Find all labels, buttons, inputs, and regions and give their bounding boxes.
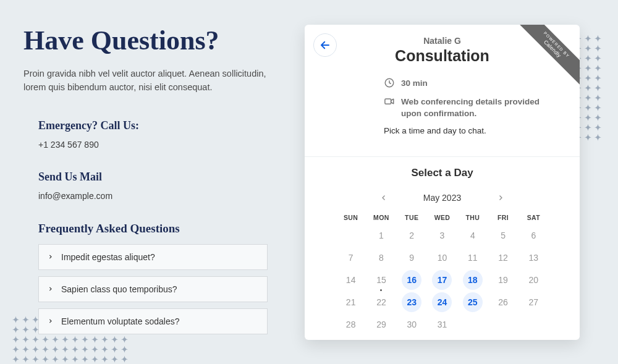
calendar-day: 26 [488,292,518,313]
calendar-day: 9 [397,247,427,268]
calendar-day[interactable]: 24 [427,292,457,313]
calendar-day [519,314,549,335]
calendar-day: 20 [519,269,549,290]
calendar-day [336,225,366,246]
event-title: Consultation [322,47,562,65]
calendar-day: 5 [488,225,518,246]
chevron-right-icon [497,194,504,201]
calendar-day: 11 [457,247,488,268]
instruction-text: Pick a time and day to chat. [384,126,562,135]
dow-label: SAT [519,214,549,221]
conference-text: Web conferencing details provided upon c… [401,96,543,120]
calendar-day: 4 [457,225,488,246]
calendar-day: 27 [519,292,549,313]
calendar-day: 19 [488,269,518,290]
calendar-day[interactable]: 23 [397,292,427,313]
duration-text: 30 min [401,77,428,90]
calendar-day: 28 [336,314,366,335]
calendar-day: 15 [366,269,396,290]
page-subtext: Proin gravida nibh vel velit auctor aliq… [23,67,268,95]
calendar-day: 13 [519,247,549,268]
next-month-button[interactable] [493,190,508,205]
dow-label: WED [427,214,457,221]
faq-title: Frequently Asked Questions [38,222,268,235]
emergency-phone[interactable]: +1 234 567 890 [38,140,268,150]
prev-month-button[interactable] [376,190,391,205]
calendar-day[interactable]: 17 [427,269,457,290]
faq-question: Sapien class quo temporibus? [61,284,177,294]
calendar-day: 1 [366,225,396,246]
calendar-day[interactable]: 25 [457,292,488,313]
dow-label: FRI [488,214,518,221]
calendar-day: 8 [366,247,396,268]
svg-rect-2 [385,98,391,103]
faq-item[interactable]: Sapien class quo temporibus? [38,276,268,302]
video-icon [384,96,395,107]
emergency-title: Emergency? Call Us: [38,119,268,132]
calendar-day[interactable]: 18 [457,269,488,290]
calendar-day: 31 [427,314,457,335]
calendar-day[interactable]: 16 [397,269,427,290]
back-button[interactable] [313,33,337,57]
arrow-left-icon [320,40,331,51]
dow-label: SUN [336,214,366,221]
chevron-right-icon [48,318,54,324]
chevron-right-icon [48,286,54,292]
calendar-day [457,314,488,335]
page-heading: Have Questions? [23,25,268,56]
calendar-day: 10 [427,247,457,268]
host-name: Natalie G [322,36,562,46]
calendar-day: 3 [427,225,457,246]
calendar-day: 30 [397,314,427,335]
faq-item[interactable]: Impedit egestas aliquet? [38,244,268,270]
calendar-day: 14 [336,269,366,290]
calendar-day: 6 [519,225,549,246]
mail-title: Send Us Mail [38,171,268,184]
calendar-heading: Select a Day [336,167,549,179]
month-label: May 2023 [423,193,461,203]
booking-widget: POWERED BY Calendly Natalie G Consultati… [305,25,580,340]
mail-address[interactable]: info@example.com [38,191,268,201]
calendar-day: 29 [366,314,396,335]
calendar-day: 21 [336,292,366,313]
chevron-right-icon [48,254,54,260]
calendar-day: 12 [488,247,518,268]
faq-item[interactable]: Elementum voluptate sodales? [38,308,268,334]
dow-label: TUE [397,214,427,221]
chevron-left-icon [380,194,387,201]
svg-marker-3 [391,99,394,104]
faq-question: Impedit egestas aliquet? [61,252,155,262]
dow-label: MON [366,214,396,221]
calendar-day [488,314,518,335]
calendar-day: 7 [336,247,366,268]
dow-label: THU [457,214,488,221]
clock-icon [384,77,395,88]
faq-question: Elementum voluptate sodales? [61,316,179,326]
calendar-day: 2 [397,225,427,246]
calendar-day: 22 [366,292,396,313]
